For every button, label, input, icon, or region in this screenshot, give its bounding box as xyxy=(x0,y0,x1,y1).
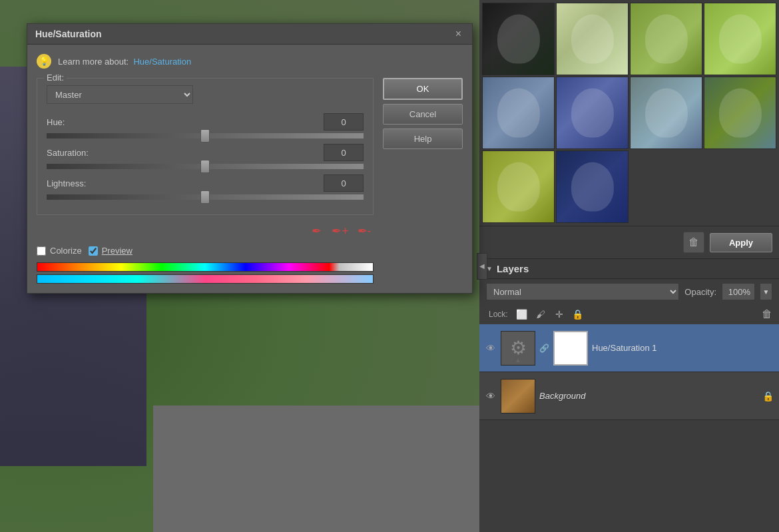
thumbnail-5[interactable] xyxy=(482,77,555,149)
canvas-bottom xyxy=(153,405,479,532)
thumbnail-8[interactable] xyxy=(704,77,776,149)
lightness-header: Lightness: xyxy=(47,174,364,192)
checkbox-row: Colorize Preview xyxy=(37,246,374,256)
layers-section: ▼ Layers NormalDissolveMultiplyScreenOve… xyxy=(479,258,779,532)
saturation-slider-row: Saturation: xyxy=(47,144,364,169)
edit-mode-select[interactable]: MasterRedsYellowsGreensCyansBluesMagenta… xyxy=(47,85,193,104)
dialog-title: Hue/Saturation xyxy=(35,29,102,39)
thumbnail-10[interactable] xyxy=(556,150,629,223)
ok-button[interactable]: OK xyxy=(383,78,463,100)
dialog-content: Edit: MasterRedsYellowsGreensCyansBluesM… xyxy=(37,78,463,284)
edit-row: MasterRedsYellowsGreensCyansBluesMagenta… xyxy=(47,85,364,104)
layer-visibility-eye-1[interactable]: 👁 xyxy=(485,343,497,354)
hue-color-bar xyxy=(37,262,374,272)
saturation-label: Saturation: xyxy=(47,148,89,158)
layer-thumb-mask xyxy=(553,331,588,366)
layer-thumb-background xyxy=(501,379,535,413)
thumbnail-9[interactable] xyxy=(482,150,555,223)
colorize-checkbox[interactable] xyxy=(37,246,46,256)
lock-image-button[interactable]: 🖌 xyxy=(533,307,548,322)
saturation-header: Saturation: xyxy=(47,144,364,161)
layer-lock-icon-background: 🔒 xyxy=(762,391,774,401)
right-panel: 🗑 Apply ▼ Layers NormalDissolveMultiplyS… xyxy=(479,0,779,532)
lock-transparent-button[interactable]: ⬜ xyxy=(515,307,529,322)
hue-slider-thumb[interactable] xyxy=(200,129,210,142)
eyedropper-sample-button[interactable]: ✒ xyxy=(307,222,326,240)
edit-group: Edit: MasterRedsYellowsGreensCyansBluesM… xyxy=(37,78,374,215)
help-button[interactable]: Help xyxy=(383,129,463,149)
lock-all-button[interactable]: 🔒 xyxy=(571,307,585,322)
layer-name-hue-saturation: Hue/Saturation 1 xyxy=(592,343,774,353)
color-bars xyxy=(37,262,374,284)
lightness-slider-row: Lightness: xyxy=(47,174,364,200)
colorize-checkbox-item: Colorize xyxy=(37,246,82,256)
blend-mode-row: NormalDissolveMultiplyScreenOverlaySoft … xyxy=(479,279,779,304)
layers-title: Layers xyxy=(497,263,529,274)
help-bulb-icon: 💡 xyxy=(37,54,51,69)
layer-link-icon-1: 🔗 xyxy=(539,344,549,353)
layer-trash-button[interactable]: 🗑 xyxy=(762,308,772,320)
delete-layer-button[interactable]: 🗑 xyxy=(683,232,704,253)
hue-slider-row: Hue: xyxy=(47,113,364,138)
layer-name-background: Background xyxy=(539,391,758,401)
layer-item-hue-saturation[interactable]: 👁 ⚙ 🔗 Hue/Saturation 1 xyxy=(479,324,779,372)
lock-position-button[interactable]: ✛ xyxy=(552,307,567,322)
opacity-input[interactable] xyxy=(722,283,755,300)
dialog-close-button[interactable]: × xyxy=(453,28,464,40)
cancel-button[interactable]: Cancel xyxy=(383,104,463,125)
thumbnail-1[interactable] xyxy=(482,3,555,75)
eyedropper-row: ✒ ✒+ ✒- xyxy=(37,222,374,240)
opacity-dropdown-arrow[interactable]: ▼ xyxy=(760,283,772,300)
hue-header: Hue: xyxy=(47,113,364,131)
layer-thumb-adjustment: ⚙ xyxy=(501,331,535,366)
help-row: 💡 Learn more about: Hue/Saturation xyxy=(37,54,463,69)
layer-visibility-eye-2[interactable]: 👁 xyxy=(485,391,497,401)
layers-header: ▼ Layers xyxy=(479,258,779,279)
apply-button[interactable]: Apply xyxy=(710,233,772,252)
result-color-bar xyxy=(37,274,374,284)
thumbnail-6[interactable] xyxy=(556,77,629,149)
edit-label: Edit: xyxy=(44,73,67,83)
preview-checkbox[interactable] xyxy=(89,246,98,256)
lock-row: Lock: ⬜ 🖌 ✛ 🔒 🗑 xyxy=(479,304,779,324)
opacity-label: Opacity: xyxy=(684,287,716,297)
apply-area: 🗑 Apply xyxy=(479,226,779,258)
lightness-slider-track[interactable] xyxy=(47,194,364,200)
colorize-label[interactable]: Colorize xyxy=(50,246,82,256)
eyedropper-add-button[interactable]: ✒+ xyxy=(331,222,350,240)
preview-checkbox-item: Preview xyxy=(89,246,132,256)
saturation-slider-thumb[interactable] xyxy=(200,160,210,173)
thumbnails-grid xyxy=(479,0,779,226)
blend-mode-select[interactable]: NormalDissolveMultiplyScreenOverlaySoft … xyxy=(486,283,679,300)
preview-label[interactable]: Preview xyxy=(102,246,132,256)
lock-label: Lock: xyxy=(489,310,508,319)
thumbnail-4[interactable] xyxy=(704,3,776,75)
thumbnail-7[interactable] xyxy=(630,77,702,149)
dialog-body: 💡 Learn more about: Hue/Saturation Edit:… xyxy=(27,45,472,293)
layer-item-background[interactable]: 👁 Background 🔒 xyxy=(479,372,779,420)
thumbnail-2[interactable] xyxy=(556,3,629,75)
lightness-slider-thumb[interactable] xyxy=(200,190,210,204)
eyedropper-subtract-button[interactable]: ✒- xyxy=(355,222,374,240)
dialog-titlebar: Hue/Saturation × xyxy=(27,24,472,45)
dialog-controls: Edit: MasterRedsYellowsGreensCyansBluesM… xyxy=(37,78,374,284)
hue-label: Hue: xyxy=(47,117,65,127)
hue-saturation-dialog: Hue/Saturation × 💡 Learn more about: Hue… xyxy=(27,23,473,294)
dialog-buttons: OK Cancel Help xyxy=(383,78,463,284)
help-text: Learn more about: Hue/Saturation xyxy=(58,57,191,67)
panel-collapse-arrow[interactable]: ◀ xyxy=(477,253,487,280)
lightness-label: Lightness: xyxy=(47,178,86,188)
saturation-value-input[interactable] xyxy=(324,144,364,161)
hue-value-input[interactable] xyxy=(324,113,364,131)
saturation-slider-track[interactable] xyxy=(47,164,364,169)
hue-slider-track[interactable] xyxy=(47,133,364,138)
thumbnail-3[interactable] xyxy=(630,3,702,75)
lightness-value-input[interactable] xyxy=(324,174,364,192)
help-link[interactable]: Hue/Saturation xyxy=(133,57,191,67)
